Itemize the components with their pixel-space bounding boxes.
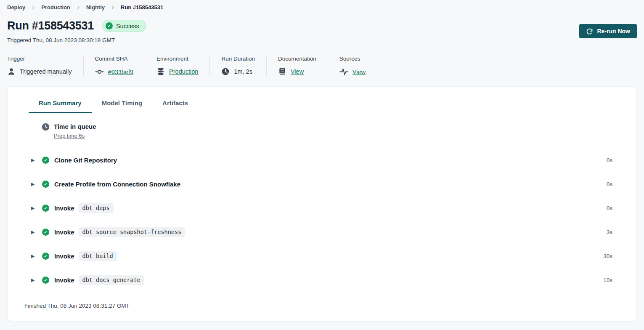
tab-artifacts[interactable]: Artifacts xyxy=(152,94,198,113)
step-label: Create Profile from Connection Snowflake xyxy=(54,181,180,188)
breadcrumb-current-run: Run #158543531 xyxy=(121,4,163,11)
status-badge-label: Success xyxy=(116,23,139,29)
clock-icon xyxy=(42,123,50,131)
step-label: Invoke xyxy=(54,205,74,212)
chevron-right-icon xyxy=(31,5,36,10)
meta-duration-label: Run Duration xyxy=(221,56,255,62)
step-row-clone-git[interactable]: ▶ ✓ Clone Git Repository 0s xyxy=(24,148,620,172)
chevron-right-icon xyxy=(110,5,115,10)
sources-view-link[interactable]: View xyxy=(352,69,366,75)
step-duration: 30s xyxy=(603,253,612,259)
meta-commit-sha: Commit SHA #933bef9 xyxy=(95,56,145,76)
meta-run-duration: Run Duration 1m, 2s xyxy=(221,56,267,76)
breadcrumb-nightly[interactable]: Nightly xyxy=(86,4,105,11)
documentation-view-link[interactable]: View xyxy=(291,68,304,75)
rerun-now-button[interactable]: Re-run Now xyxy=(579,24,637,38)
breadcrumb-deploy[interactable]: Deploy xyxy=(7,4,25,11)
step-duration: 0s xyxy=(607,205,612,211)
meta-documentation-label: Documentation xyxy=(278,56,316,62)
run-duration-value: 1m, 2s xyxy=(234,68,252,75)
check-circle-icon: ✓ xyxy=(42,253,49,260)
check-circle-icon: ✓ xyxy=(42,229,49,236)
step-label: Invoke xyxy=(54,229,74,236)
meta-environment: Environment Production xyxy=(156,56,210,76)
step-command-chip: dbt deps xyxy=(79,203,114,213)
step-row-create-profile[interactable]: ▶ ✓ Create Profile from Connection Snowf… xyxy=(24,172,620,196)
run-meta-strip: Trigger Triggered manually Commit SHA #9… xyxy=(7,56,637,76)
meta-commit-label: Commit SHA xyxy=(95,56,133,62)
book-icon xyxy=(278,67,286,76)
page-title: Run #158543531 xyxy=(7,19,94,32)
step-duration: 3s xyxy=(607,229,612,235)
step-command-chip: dbt build xyxy=(79,251,117,261)
expand-triangle-icon[interactable]: ▶ xyxy=(31,253,36,259)
meta-documentation: Documentation View xyxy=(278,56,328,76)
step-command-chip: dbt docs generate xyxy=(79,275,144,285)
meta-environment-label: Environment xyxy=(156,56,198,62)
check-circle-icon: ✓ xyxy=(42,181,49,188)
step-row-source-freshness[interactable]: ▶ ✓ Invoke dbt source snapshot-freshness… xyxy=(24,220,620,244)
time-in-queue-title: Time in queue xyxy=(54,123,96,130)
tab-bar: Run Summary Model Timing Artifacts xyxy=(29,94,620,113)
expand-triangle-icon[interactable]: ▶ xyxy=(31,157,36,163)
step-duration: 0s xyxy=(607,157,612,163)
expand-triangle-icon[interactable]: ▶ xyxy=(31,277,36,283)
tab-model-timing[interactable]: Model Timing xyxy=(92,94,152,113)
clock-icon xyxy=(221,67,230,76)
person-icon xyxy=(7,67,16,76)
status-badge: ✓ Success xyxy=(102,20,146,32)
meta-sources-label: Sources xyxy=(339,56,366,62)
meta-trigger-label: Trigger xyxy=(7,56,72,62)
step-command-chip: dbt source snapshot-freshness xyxy=(79,227,186,237)
chevron-right-icon xyxy=(76,5,81,10)
check-circle-icon: ✓ xyxy=(106,22,113,29)
commit-sha-link[interactable]: #933bef9 xyxy=(108,69,133,75)
step-label: Invoke xyxy=(54,253,74,260)
step-row-dbt-build[interactable]: ▶ ✓ Invoke dbt build 30s xyxy=(24,244,620,268)
breadcrumb: Deploy Production Nightly Run #158543531 xyxy=(7,4,637,11)
run-detail-page: Deploy Production Nightly Run #158543531… xyxy=(0,0,644,321)
triggered-timestamp: Triggered Thu, 08 Jun 2023 08:30:18 GMT xyxy=(7,37,637,43)
rerun-now-label: Re-run Now xyxy=(597,28,630,35)
pulse-icon xyxy=(339,67,348,76)
environment-link[interactable]: Production xyxy=(169,68,198,75)
database-icon xyxy=(156,67,165,76)
breadcrumb-production[interactable]: Production xyxy=(41,4,70,11)
step-row-docs-generate[interactable]: ▶ ✓ Invoke dbt docs generate 10s xyxy=(24,268,620,292)
prep-time-link[interactable]: Prep time 6s xyxy=(54,133,85,139)
step-label: Invoke xyxy=(54,277,74,284)
meta-sources: Sources View xyxy=(339,56,377,76)
run-summary-card: Run Summary Model Timing Artifacts Time … xyxy=(7,86,637,321)
expand-triangle-icon[interactable]: ▶ xyxy=(31,205,36,211)
step-duration: 0s xyxy=(607,181,612,187)
finished-timestamp: Finished Thu, 08 Jun 2023 08:31:27 GMT xyxy=(24,292,620,309)
header: Run #158543531 ✓ Success xyxy=(7,19,637,32)
time-in-queue-section: Time in queue Prep time 6s xyxy=(24,113,620,148)
tab-run-summary[interactable]: Run Summary xyxy=(29,94,92,113)
check-circle-icon: ✓ xyxy=(42,157,49,164)
expand-triangle-icon[interactable]: ▶ xyxy=(31,181,36,187)
meta-trigger-value[interactable]: Triggered manually xyxy=(20,68,72,75)
meta-trigger: Trigger Triggered manually xyxy=(7,56,84,76)
check-circle-icon: ✓ xyxy=(42,205,49,212)
refresh-icon xyxy=(586,28,593,35)
step-row-dbt-deps[interactable]: ▶ ✓ Invoke dbt deps 0s xyxy=(24,196,620,220)
commit-icon xyxy=(95,67,104,76)
check-circle-icon: ✓ xyxy=(42,277,49,284)
step-duration: 10s xyxy=(603,277,612,283)
step-label: Clone Git Repository xyxy=(54,157,117,164)
expand-triangle-icon[interactable]: ▶ xyxy=(31,229,36,235)
